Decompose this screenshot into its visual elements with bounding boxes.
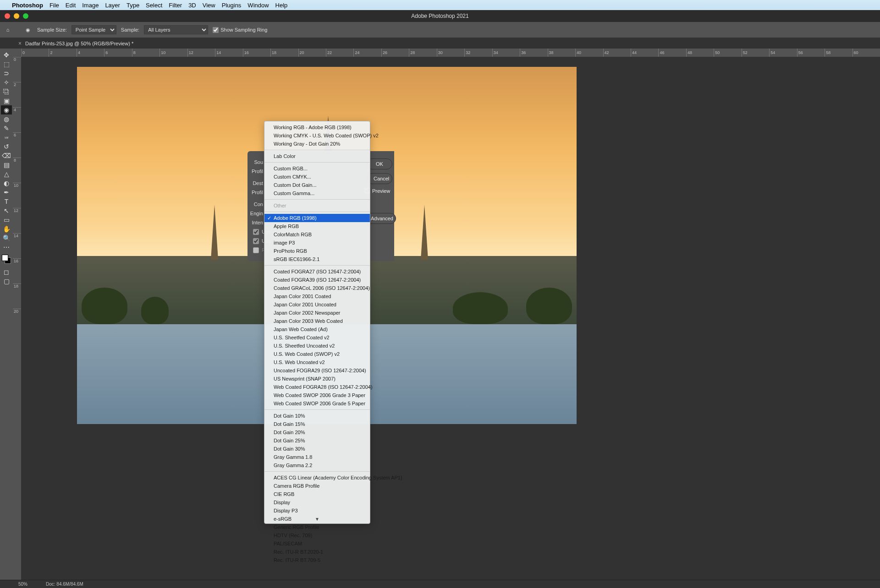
profile-option[interactable]: Adobe RGB (1998) bbox=[264, 214, 370, 222]
tool-marquee[interactable]: ⬚ bbox=[1, 60, 12, 69]
tool-path-select[interactable]: ↖ bbox=[1, 206, 12, 215]
tool-clone[interactable]: ⎃ bbox=[1, 133, 12, 142]
tool-eyedropper[interactable]: ◉ bbox=[1, 105, 12, 114]
profile-option[interactable]: U.S. Web Coated (SWOP) v2 bbox=[264, 350, 370, 358]
tool-rectangle[interactable]: ▭ bbox=[1, 215, 12, 224]
profile-option[interactable]: Dot Gain 20% bbox=[264, 428, 370, 436]
profile-option[interactable]: ProPhoto RGB bbox=[264, 247, 370, 255]
profile-option[interactable]: Lab Color bbox=[264, 152, 370, 160]
menu-select[interactable]: Select bbox=[146, 2, 162, 9]
menu-plugins[interactable]: Plugins bbox=[222, 2, 242, 9]
screenmode-icon[interactable]: ▢ bbox=[1, 277, 12, 286]
tool-move[interactable]: ✥ bbox=[1, 50, 12, 60]
menu-window[interactable]: Window bbox=[248, 2, 269, 9]
menu-type[interactable]: Type bbox=[126, 2, 139, 9]
profile-option[interactable]: Working RGB - Adobe RGB (1998) bbox=[264, 123, 370, 131]
tool-quick-select[interactable]: ✧ bbox=[1, 78, 12, 87]
sample-size-select[interactable]: Point Sample bbox=[72, 25, 116, 34]
menu-file[interactable]: File bbox=[50, 2, 59, 9]
use-bpc-checkbox[interactable] bbox=[253, 229, 259, 235]
profile-option[interactable]: Display P3 bbox=[264, 506, 370, 515]
cancel-button[interactable]: Cancel bbox=[367, 173, 392, 184]
profile-option[interactable]: HDTV (Rec. 709) bbox=[264, 531, 370, 539]
profile-option[interactable]: Japan Color 2003 Web Coated bbox=[264, 317, 370, 325]
document-tab[interactable]: × Dadfar Prints-253.jpg @ 50% (RGB/8/Pre… bbox=[13, 38, 139, 49]
use-dither-checkbox[interactable] bbox=[253, 238, 259, 244]
eyedropper-indicator-icon[interactable]: ◉ bbox=[23, 26, 33, 33]
tool-pen[interactable]: ✒ bbox=[1, 188, 12, 197]
zoom-window-icon[interactable] bbox=[23, 13, 28, 19]
canvas-area[interactable]: 0246810121416182022242628303234363840424… bbox=[13, 49, 880, 580]
profile-option[interactable]: Display bbox=[264, 498, 370, 506]
profile-option[interactable]: Japan Color 2002 Newspaper bbox=[264, 309, 370, 317]
profile-option[interactable]: ACES CG Linear (Academy Color Encoding S… bbox=[264, 474, 370, 482]
close-tab-icon[interactable]: × bbox=[18, 40, 22, 47]
ruler-horizontal[interactable]: 0246810121416182022242628303234363840424… bbox=[21, 49, 880, 57]
quickmask-icon[interactable]: ◻ bbox=[1, 267, 12, 277]
status-doc[interactable]: Doc: 84.6M/84.6M bbox=[46, 582, 83, 587]
color-swatch[interactable] bbox=[2, 255, 11, 264]
profile-option[interactable]: image P3 bbox=[264, 239, 370, 247]
tool-lasso[interactable]: ⊃ bbox=[1, 69, 12, 78]
profile-option[interactable]: Coated FOGRA39 (ISO 12647-2:2004) bbox=[264, 276, 370, 284]
tool-eraser[interactable]: ⌫ bbox=[1, 151, 12, 160]
menu-filter[interactable]: Filter bbox=[169, 2, 182, 9]
menu-image[interactable]: Image bbox=[82, 2, 99, 9]
profile-option[interactable]: CIE RGB bbox=[264, 490, 370, 498]
profile-option[interactable]: Japan Web Coated (Ad) bbox=[264, 325, 370, 333]
close-window-icon[interactable] bbox=[5, 13, 10, 19]
profile-option[interactable]: Web Coated FOGRA28 (ISO 12647-2:2004) bbox=[264, 383, 370, 391]
profile-option[interactable]: Coated GRACoL 2006 (ISO 12647-2:2004) bbox=[264, 284, 370, 292]
profile-option[interactable]: Gray Gamma 2.2 bbox=[264, 461, 370, 469]
menu-3d[interactable]: 3D bbox=[188, 2, 196, 9]
tool-zoom[interactable]: 🔍 bbox=[1, 234, 12, 243]
profile-option[interactable]: ColorMatch RGB bbox=[264, 230, 370, 239]
profile-option[interactable]: sRGB IEC61966-2.1 bbox=[264, 255, 370, 263]
profile-dropdown-popup[interactable]: Working RGB - Adobe RGB (1998)Working CM… bbox=[264, 121, 370, 524]
ok-button[interactable]: OK bbox=[367, 158, 392, 169]
tool-heal[interactable]: ◍ bbox=[1, 114, 12, 124]
menubar-app[interactable]: Photoshop bbox=[12, 2, 43, 9]
tool-more[interactable]: ⋯ bbox=[1, 243, 12, 252]
profile-option[interactable]: Generic RGB Profile bbox=[264, 523, 370, 531]
profile-option[interactable]: Dot Gain 15% bbox=[264, 420, 370, 428]
menu-view[interactable]: View bbox=[203, 2, 215, 9]
profile-option[interactable]: Dot Gain 30% bbox=[264, 445, 370, 453]
home-icon[interactable]: ⌂ bbox=[4, 26, 12, 34]
profile-option[interactable]: Rec. ITU-R BT.2020-1 bbox=[264, 548, 370, 556]
tool-hand[interactable]: ✋ bbox=[1, 224, 12, 234]
tool-type[interactable]: T bbox=[1, 197, 12, 206]
profile-option[interactable]: Custom Dot Gain... bbox=[264, 181, 370, 189]
profile-option[interactable]: Coated FOGRA27 (ISO 12647-2:2004) bbox=[264, 267, 370, 276]
tool-history-brush[interactable]: ↺ bbox=[1, 142, 12, 151]
profile-option[interactable]: US Newsprint (SNAP 2007) bbox=[264, 375, 370, 383]
profile-option[interactable]: U.S. Web Uncoated v2 bbox=[264, 358, 370, 366]
profile-option[interactable]: Custom Gamma... bbox=[264, 189, 370, 197]
sample-select[interactable]: All Layers bbox=[144, 25, 208, 34]
profile-option[interactable]: Japan Color 2001 Coated bbox=[264, 292, 370, 300]
profile-option[interactable]: PAL/SECAM bbox=[264, 539, 370, 548]
tool-dodge[interactable]: ◐ bbox=[1, 179, 12, 188]
profile-option[interactable]: Dot Gain 10% bbox=[264, 412, 370, 420]
profile-option[interactable]: Uncoated FOGRA29 (ISO 12647-2:2004) bbox=[264, 366, 370, 375]
profile-option[interactable]: Working Gray - Dot Gain 20% bbox=[264, 140, 370, 148]
profile-option[interactable]: Working CMYK - U.S. Web Coated (SWOP) v2 bbox=[264, 131, 370, 140]
profile-option[interactable]: Web Coated SWOP 2006 Grade 3 Paper bbox=[264, 391, 370, 399]
profile-option[interactable]: U.S. Sheetfed Uncoated v2 bbox=[264, 342, 370, 350]
profile-option[interactable]: Rec. ITU-R BT.709-5 bbox=[264, 556, 370, 564]
tool-crop[interactable]: ⿻ bbox=[1, 87, 12, 96]
ruler-vertical[interactable]: 02468101214161820 bbox=[13, 57, 21, 580]
status-zoom[interactable]: 50% bbox=[18, 582, 28, 587]
menu-help[interactable]: Help bbox=[275, 2, 288, 9]
profile-option[interactable]: Apple RGB bbox=[264, 222, 370, 230]
menu-edit[interactable]: Edit bbox=[66, 2, 76, 9]
profile-option[interactable]: Custom RGB... bbox=[264, 164, 370, 173]
menu-layer[interactable]: Layer bbox=[105, 2, 120, 9]
tool-brush[interactable]: ✎ bbox=[1, 124, 12, 133]
profile-option[interactable]: Dot Gain 25% bbox=[264, 436, 370, 445]
profile-option[interactable]: Japan Color 2001 Uncoated bbox=[264, 300, 370, 309]
tool-gradient[interactable]: ▤ bbox=[1, 160, 12, 169]
tool-frame[interactable]: ▣ bbox=[1, 96, 12, 105]
show-sampling-ring-checkbox[interactable] bbox=[213, 27, 219, 33]
profile-option[interactable]: Custom CMYK... bbox=[264, 173, 370, 181]
